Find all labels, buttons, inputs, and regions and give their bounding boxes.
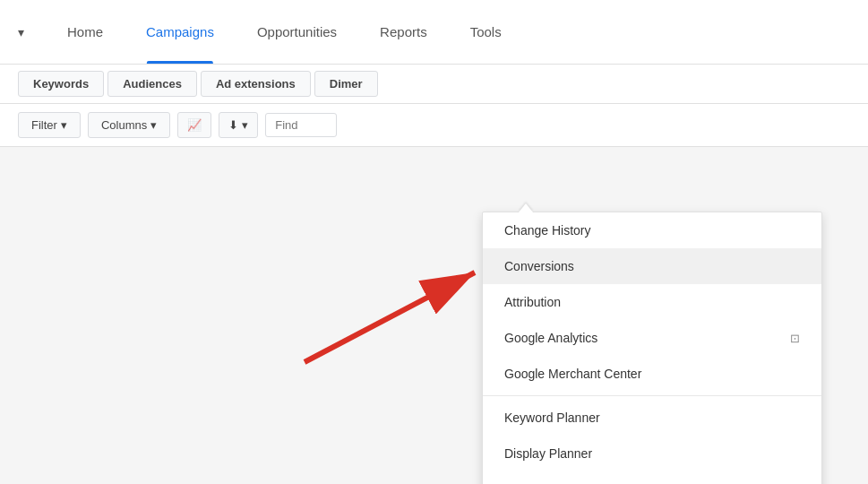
sub-nav-dimensions[interactable]: Dimer bbox=[314, 71, 378, 97]
sub-nav-ad-extensions[interactable]: Ad extensions bbox=[201, 71, 311, 97]
sub-nav: Keywords Audiences Ad extensions Dimer bbox=[0, 65, 868, 104]
filter-label: Filter bbox=[31, 118, 57, 132]
menu-item-change-history[interactable]: Change History bbox=[483, 212, 821, 248]
toolbar: Filter ▾ Columns ▾ 📈 ⬇ ▾ bbox=[0, 104, 868, 147]
filter-button[interactable]: Filter ▾ bbox=[18, 112, 81, 138]
menu-item-google-analytics[interactable]: Google Analytics ⊡ bbox=[483, 320, 821, 356]
filter-arrow-icon: ▾ bbox=[61, 118, 67, 132]
download-button[interactable]: ⬇ ▾ bbox=[219, 112, 258, 138]
nav-item-opportunities[interactable]: Opportunities bbox=[236, 0, 358, 64]
find-input[interactable] bbox=[265, 113, 337, 137]
sub-nav-audiences[interactable]: Audiences bbox=[107, 71, 197, 97]
dropdown-menu: Change History Conversions Attribution G… bbox=[482, 212, 822, 484]
menu-item-keyword-planner[interactable]: Keyword Planner bbox=[483, 400, 821, 436]
page-wrapper: ▾ Home Campaigns Opportunities Reports T… bbox=[0, 0, 868, 484]
sub-nav-keywords[interactable]: Keywords bbox=[18, 71, 104, 97]
menu-item-display-planner[interactable]: Display Planner bbox=[483, 436, 821, 471]
nav-item-campaigns[interactable]: Campaigns bbox=[125, 0, 236, 64]
download-icon: ⬇ bbox=[228, 118, 238, 132]
svg-line-1 bbox=[305, 272, 475, 362]
nav-items: Home Campaigns Opportunities Reports Too… bbox=[46, 0, 523, 64]
menu-item-conversions[interactable]: Conversions bbox=[483, 248, 821, 284]
content-area: Change History Conversions Attribution G… bbox=[0, 147, 868, 484]
download-arrow-icon: ▾ bbox=[242, 118, 248, 132]
dropdown-caret bbox=[519, 203, 533, 212]
columns-arrow-icon: ▾ bbox=[150, 118, 157, 132]
nav-item-home[interactable]: Home bbox=[46, 0, 125, 64]
menu-divider bbox=[483, 395, 821, 396]
menu-item-google-merchant-center[interactable]: Google Merchant Center bbox=[483, 356, 821, 392]
nav-dropdown-icon[interactable]: ▾ bbox=[18, 25, 24, 39]
columns-label: Columns bbox=[101, 118, 147, 132]
menu-item-ad-preview[interactable]: Ad Preview and Diagnosis bbox=[483, 471, 821, 484]
menu-item-attribution[interactable]: Attribution bbox=[483, 284, 821, 320]
google-analytics-label: Google Analytics bbox=[504, 331, 597, 345]
red-arrow bbox=[278, 255, 511, 371]
nav-item-reports[interactable]: Reports bbox=[358, 0, 449, 64]
chart-icon: 📈 bbox=[187, 118, 202, 132]
columns-button[interactable]: Columns ▾ bbox=[88, 112, 170, 138]
external-link-icon: ⊡ bbox=[790, 332, 800, 345]
nav-bar: ▾ Home Campaigns Opportunities Reports T… bbox=[0, 0, 868, 65]
nav-item-tools[interactable]: Tools bbox=[449, 0, 523, 64]
chart-button[interactable]: 📈 bbox=[177, 112, 211, 138]
